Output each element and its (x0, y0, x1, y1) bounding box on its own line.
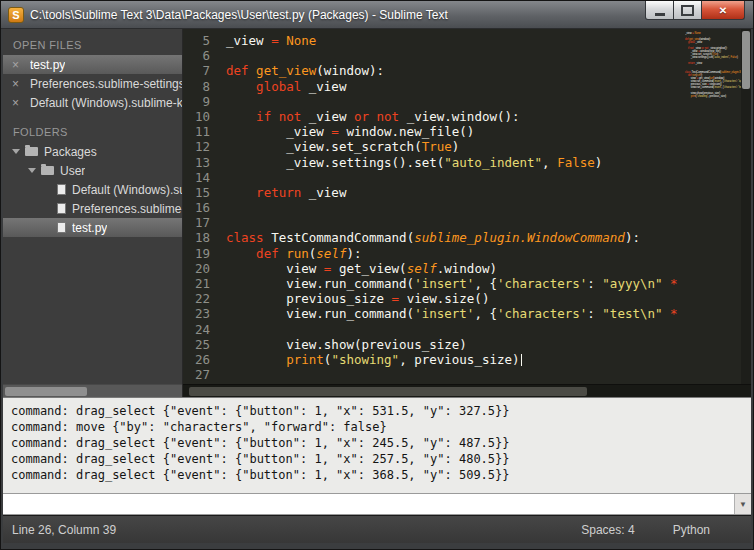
open-file-item[interactable]: ×Preferences.sublime-settings (3, 74, 182, 93)
code-line[interactable] (226, 200, 685, 215)
code-line[interactable]: view.run_command('insert', {'characters'… (226, 306, 685, 321)
code-line[interactable] (226, 48, 685, 63)
open-file-item[interactable]: ×Default (Windows).sublime-keymap (3, 93, 182, 112)
code-line[interactable]: return _view (226, 185, 685, 200)
code-line[interactable]: view.run_command('insert', {'characters'… (226, 276, 685, 291)
code-line[interactable]: print("showing", previous_size) (226, 352, 685, 367)
code-line[interactable]: class TestCommandCommand(sublime_plugin.… (226, 230, 685, 245)
console-line: command: move {"by": "characters", "forw… (11, 419, 743, 435)
line-number: 7 (183, 63, 210, 78)
code-token: self (316, 246, 346, 261)
editor-vertical-scrollbar[interactable] (741, 29, 751, 397)
close-file-icon[interactable]: × (12, 77, 25, 91)
line-number: 14 (183, 170, 210, 185)
code-token: * (670, 306, 678, 321)
tree-file-item[interactable]: Preferences.sublime-settings (3, 199, 182, 218)
vertical-scrollbar-thumb[interactable] (742, 31, 750, 89)
code-token: return (688, 62, 695, 65)
code-token: , (542, 155, 557, 170)
code-token: None (286, 33, 316, 48)
code-area[interactable]: _view = Nonedef get_view(window): global… (219, 29, 685, 397)
open-file-name: Preferences.sublime-settings (30, 77, 182, 91)
file-icon (57, 184, 66, 195)
scroll-down-icon[interactable]: ▼ (734, 494, 751, 514)
sidebar-scrollbar-thumb[interactable] (5, 387, 87, 396)
code-line[interactable]: if not _view or not _view.window(): (226, 109, 685, 124)
line-number: 5 (183, 33, 210, 48)
code-token: run (286, 246, 309, 261)
title-bar[interactable]: S C:\tools\Sublime Text 3\Data\Packages\… (1, 1, 753, 29)
code-line[interactable] (226, 170, 685, 185)
code-token: class (226, 230, 264, 245)
tree-file-item[interactable]: test.py (3, 218, 182, 237)
code-line[interactable]: view.show(previous_size) (226, 337, 685, 352)
console-input[interactable] (3, 494, 734, 514)
minimize-button[interactable] (645, 1, 674, 20)
code-line[interactable]: _view.settings().set("auto_indent", Fals… (226, 155, 685, 170)
tree-item-name: Default (Windows).sublime-keymap (72, 183, 182, 197)
code-token: 'characters' (497, 276, 587, 291)
chevron-down-icon[interactable] (12, 149, 20, 154)
open-files-header: OPEN FILES (3, 33, 182, 55)
horizontal-scrollbar-thumb[interactable] (189, 387, 587, 396)
chevron-down-icon[interactable] (28, 168, 36, 173)
open-file-item[interactable]: ×test.py (3, 55, 182, 74)
code-token: ) (595, 155, 603, 170)
close-file-icon[interactable]: × (12, 96, 25, 110)
console-line: command: drag_select {"event": {"button"… (11, 451, 743, 467)
code-token (226, 185, 256, 200)
code-line[interactable] (226, 322, 685, 337)
folders-header: FOLDERS (3, 120, 182, 142)
code-token (678, 276, 685, 291)
tree-item-name: User (60, 164, 85, 178)
code-token: _view (301, 109, 354, 124)
tree-folder-item[interactable]: Packages (3, 142, 182, 161)
open-file-name: test.py (30, 58, 65, 72)
code-line[interactable] (226, 215, 685, 230)
code-token (271, 109, 279, 124)
code-token: 'characters' (724, 86, 737, 89)
code-line[interactable] (226, 367, 685, 382)
close-button[interactable]: ✕ (702, 1, 745, 20)
line-number: 26 (183, 352, 210, 367)
editor-pane[interactable]: 5678910111213141516171819202122232425262… (183, 29, 751, 397)
minimap[interactable]: _view = Nonedef get_view(window): global… (685, 29, 741, 397)
editor-horizontal-scrollbar[interactable] (183, 384, 751, 397)
syntax-selector[interactable]: Python (673, 523, 710, 537)
code-line[interactable]: _view = window.new_file() (226, 124, 685, 139)
code-line[interactable]: previous_size = view.size() (226, 291, 685, 306)
code-token: "ayyy\n" (602, 276, 662, 291)
tree-item-name: test.py (72, 221, 107, 235)
code-line[interactable]: global _view (226, 79, 685, 94)
code-line[interactable] (226, 94, 685, 109)
code-line[interactable]: view = get_view(self.window) (226, 261, 685, 276)
code-token: _view (301, 79, 346, 94)
tree-file-item[interactable]: Default (Windows).sublime-keymap (3, 180, 182, 199)
sidebar-horizontal-scrollbar[interactable] (3, 384, 182, 397)
maximize-button[interactable] (674, 1, 702, 20)
console-line: command: drag_select {"event": {"button"… (11, 435, 743, 451)
code-line[interactable]: _view.set_scratch(True) (226, 139, 685, 154)
indentation-setting[interactable]: Spaces: 4 (581, 523, 634, 537)
line-number: 16 (183, 200, 210, 215)
console-output[interactable]: command: drag_select {"event": {"button"… (3, 397, 751, 493)
tree-folder-item[interactable]: User (3, 161, 182, 180)
code-line[interactable]: def get_view(window): (226, 63, 685, 78)
open-file-name: Default (Windows).sublime-keymap (30, 96, 182, 110)
code-token: def (226, 63, 249, 78)
code-line[interactable]: def run(self): (226, 246, 685, 261)
line-number: 25 (183, 337, 210, 352)
code-token: 'insert' (414, 306, 474, 321)
code-line[interactable]: _view = None (226, 33, 685, 48)
console-line: command: drag_select {"event": {"button"… (11, 467, 743, 483)
code-token: False (557, 155, 595, 170)
code-token: , { (474, 276, 497, 291)
code-token: _view.settings().set( (226, 155, 444, 170)
code-token: : (587, 306, 602, 321)
code-token: if (256, 109, 271, 124)
close-file-icon[interactable]: × (12, 58, 25, 72)
open-files-list: ×test.py×Preferences.sublime-settings×De… (3, 55, 182, 112)
line-number: 23 (183, 306, 210, 321)
line-number: 19 (183, 246, 210, 261)
code-token (678, 306, 685, 321)
